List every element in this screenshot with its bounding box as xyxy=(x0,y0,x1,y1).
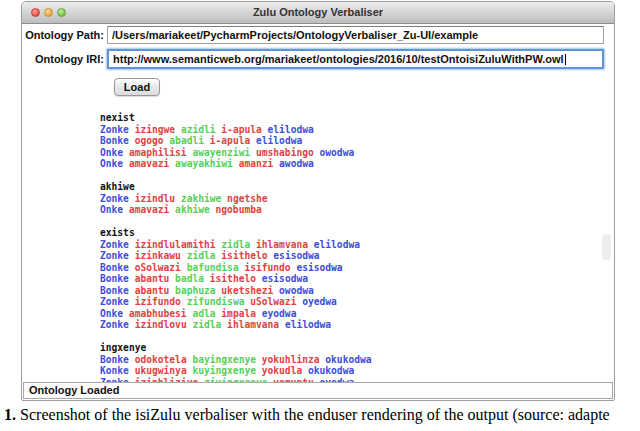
sentence-word: azidli xyxy=(181,124,216,135)
sentence-word: amanzi xyxy=(239,158,274,169)
sentence-word: i-apula xyxy=(210,135,250,146)
sentence-word: isithelo xyxy=(210,273,256,284)
sentence-word: ngobumba xyxy=(216,204,262,215)
sentence-word: esisodwa xyxy=(296,262,342,273)
sentence-word: amaphilisi xyxy=(129,147,187,158)
figure-caption: e 1. Screenshot of the isiZulu verbalise… xyxy=(0,406,640,424)
ontology-iri-input[interactable]: http://www.semanticweb.org/mariakeet/ont… xyxy=(107,49,604,69)
load-button[interactable]: Load xyxy=(114,78,160,96)
sentence-word: uketshezi xyxy=(221,285,273,296)
sentence-word: oyedwa xyxy=(302,296,337,307)
ontology-path-label: Ontology Path: xyxy=(22,29,104,41)
sentence-word: Bonke xyxy=(100,135,129,146)
sentence-word: izifundo xyxy=(135,296,181,307)
sentence-word: yokuhlinza xyxy=(262,354,320,365)
sentence-word: impala xyxy=(221,308,256,319)
close-icon[interactable] xyxy=(31,8,40,17)
minimize-icon[interactable] xyxy=(44,8,53,17)
sentence-word: Onke xyxy=(100,204,123,215)
sentence-word: Zonke xyxy=(100,319,129,330)
sentence-word: Bonke xyxy=(100,354,129,365)
sentence-word: Bonke xyxy=(100,273,129,284)
sentence-word: adla xyxy=(192,308,215,319)
sentence-word: amabhubesi xyxy=(129,308,187,319)
sentence-word: eyodwa xyxy=(262,308,297,319)
section-header: ingxenye xyxy=(100,342,600,354)
status-bar: Ontology Loaded xyxy=(23,382,613,399)
sentence-word: uSolwazi xyxy=(250,296,296,307)
sentence-word: elilodwa xyxy=(285,319,331,330)
sentence-line: Bonke ogogo abadli i-apula elilodwa xyxy=(100,135,600,147)
sentence-word: i-apula xyxy=(221,124,261,135)
sentence-word: badla xyxy=(175,273,204,284)
sentence-word: baphuza xyxy=(175,285,215,296)
sentence-word: esisodwa xyxy=(273,250,319,261)
sentence-word: owodwa xyxy=(320,147,355,158)
sentence-word: kuyingxenye xyxy=(192,365,256,376)
sentence-line: Onke amavazi akhiwe ngobumba xyxy=(100,204,600,216)
window-title: Zulu Ontology Verbaliser xyxy=(22,2,614,22)
zoom-icon[interactable] xyxy=(57,8,66,17)
sentence-word: bayingxenye xyxy=(192,354,256,365)
status-text: Ontology Loaded xyxy=(29,384,119,396)
sentence-word: ogogo xyxy=(135,135,164,146)
sentence-word: ukugwinya xyxy=(135,365,187,376)
text-caret xyxy=(565,54,566,65)
sentence-word: awayenziwi xyxy=(192,147,250,158)
sentence-word: oSolwazi xyxy=(135,262,181,273)
sentence-word: elilodwa xyxy=(268,124,314,135)
sentence-word: izindlu xyxy=(135,193,175,204)
sentence-word: elilodwa xyxy=(256,135,302,146)
ontology-iri-value: http://www.semanticweb.org/mariakeet/ont… xyxy=(113,53,564,65)
figure-caption-label: e 1. xyxy=(0,406,16,423)
sentence-word: Konke xyxy=(100,365,129,376)
output-section: akhiweZonke izindlu zakhiwe ngetsheOnke … xyxy=(100,181,600,216)
ontology-path-input[interactable]: /Users/mariakeet/PycharmProjects/Ontolog… xyxy=(107,26,604,44)
section-header: exists xyxy=(100,227,600,239)
sentence-word: Onke xyxy=(100,308,123,319)
title-bar[interactable]: Zulu Ontology Verbaliser xyxy=(22,2,614,24)
output-section: nexistZonke izingwe azidli i-apula elilo… xyxy=(100,112,600,170)
sentence-word: isithelo xyxy=(221,250,267,261)
sentence-word: zidla xyxy=(221,239,250,250)
sentence-word: zidla xyxy=(187,250,216,261)
app-window: Zulu Ontology Verbaliser Ontology Path: … xyxy=(21,1,615,401)
output-area[interactable]: nexistZonke izingwe azidli i-apula elilo… xyxy=(100,112,600,400)
sentence-word: Zonke xyxy=(100,193,129,204)
sentence-line: Bonke abantu badla isithelo esisodwa xyxy=(100,273,600,285)
scrollbar-thumb[interactable] xyxy=(602,234,611,260)
sentence-word: zakhiwe xyxy=(181,193,221,204)
sentence-word: umshabingo xyxy=(256,147,314,158)
sentence-word: abantu xyxy=(135,285,170,296)
sentence-word: Zonke xyxy=(100,250,129,261)
sentence-word: esisodwa xyxy=(262,273,308,284)
sentence-word: akhiwe xyxy=(175,204,210,215)
sentence-word: ngetshe xyxy=(227,193,267,204)
sentence-line: Onke amabhubesi adla impala eyodwa xyxy=(100,308,600,320)
sentence-word: Zonke xyxy=(100,296,129,307)
sentence-word: Zonke xyxy=(100,239,129,250)
sentence-word: owodwa xyxy=(279,285,314,296)
sentence-word: amavazi xyxy=(129,204,169,215)
sentence-line: Zonke izindlu zakhiwe ngetshe xyxy=(100,193,600,205)
sentence-line: Onke amaphilisi awayenziwi umshabingo ow… xyxy=(100,147,600,159)
sentence-word: odokotela xyxy=(135,354,187,365)
ontology-iri-label: Ontology IRI: xyxy=(22,53,104,65)
page: Zulu Ontology Verbaliser Ontology Path: … xyxy=(0,0,640,431)
sentence-line: Zonke izifundo zifundiswa uSolwazi oyedw… xyxy=(100,296,600,308)
sentence-word: ihlamvana xyxy=(256,239,308,250)
sentence-word: Zonke xyxy=(100,124,129,135)
sentence-word: yokudla xyxy=(262,365,302,376)
sentence-word: Onke xyxy=(100,158,123,169)
section-header: akhiwe xyxy=(100,181,600,193)
sentence-word: zidla xyxy=(192,319,221,330)
sentence-line: Bonke abantu baphuza uketshezi owodwa xyxy=(100,285,600,297)
sentence-word: bafundisa xyxy=(187,262,239,273)
sentence-word: awayakhiwi xyxy=(175,158,233,169)
section-header: nexist xyxy=(100,112,600,124)
sentence-word: izingwe xyxy=(135,124,175,135)
sentence-line: Bonke oSolwazi bafundisa isifundo esisod… xyxy=(100,262,600,274)
sentence-word: amavazi xyxy=(129,158,169,169)
sentence-line: Zonke izindlulamithi zidla ihlamvana eli… xyxy=(100,239,600,251)
sentence-word: izindlovu xyxy=(135,319,187,330)
